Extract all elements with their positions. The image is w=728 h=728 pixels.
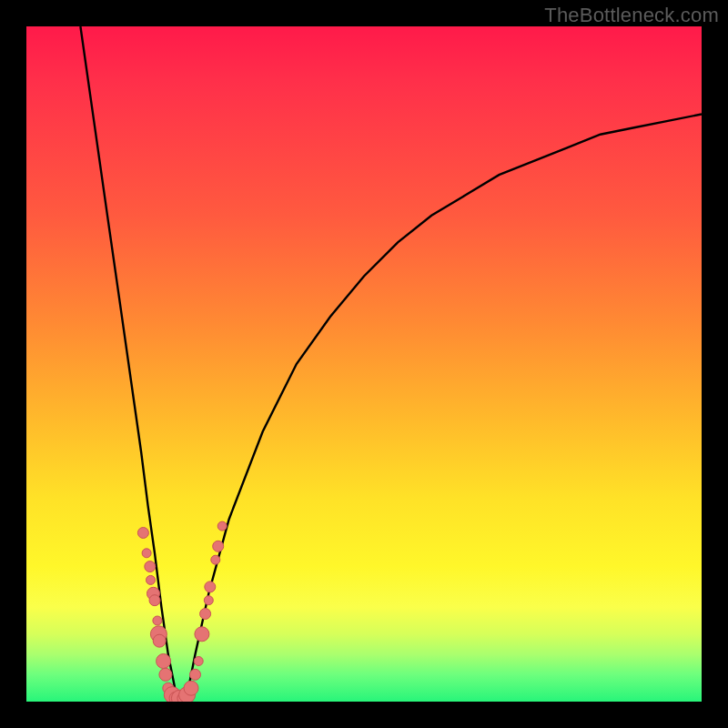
data-marker bbox=[205, 581, 216, 592]
data-marker bbox=[211, 555, 220, 564]
data-marker bbox=[213, 541, 224, 551]
data-marker bbox=[153, 634, 166, 647]
data-marker bbox=[147, 575, 156, 584]
watermark-text: TheBottleneck.com bbox=[544, 4, 719, 27]
marker-group bbox=[137, 521, 227, 702]
data-marker bbox=[157, 654, 171, 669]
bottleneck-curve bbox=[80, 26, 702, 702]
data-marker bbox=[217, 521, 227, 531]
plot-area bbox=[26, 26, 702, 702]
data-marker bbox=[153, 616, 162, 625]
data-marker bbox=[200, 609, 211, 620]
data-marker bbox=[145, 561, 156, 572]
data-marker bbox=[137, 528, 148, 539]
data-marker bbox=[190, 669, 201, 680]
data-marker bbox=[159, 668, 172, 681]
chart-frame: TheBottleneck.com bbox=[0, 0, 728, 728]
data-marker bbox=[195, 627, 209, 642]
data-marker bbox=[204, 596, 213, 605]
data-marker bbox=[142, 549, 151, 558]
data-marker bbox=[149, 595, 160, 606]
data-marker bbox=[194, 657, 203, 666]
chart-svg bbox=[26, 26, 702, 702]
data-marker bbox=[184, 681, 198, 695]
